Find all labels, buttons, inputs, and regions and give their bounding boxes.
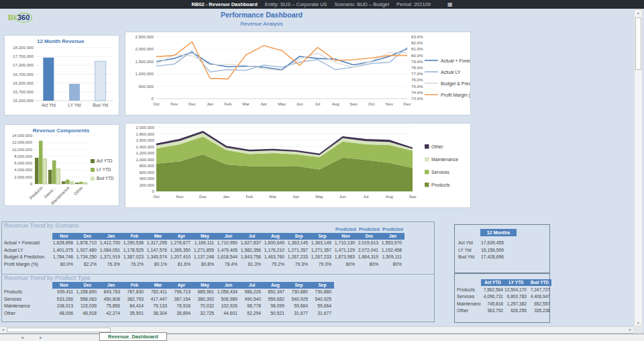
revenue-analysis-panel: 0500,0001,000,0001,500,0002,000,0002,500… [125,32,471,115]
column-header: Nov [52,233,76,240]
column-header: LY YTD [504,279,528,286]
svg-text:12 Month Revenue: 12 Month Revenue [37,38,85,44]
svg-text:Jul: Jul [364,194,369,199]
svg-text:Dec: Dec [199,194,207,199]
predicted-label: Predicted [334,226,358,233]
cell: 939,411 [52,289,76,296]
row-label: Products [3,289,52,296]
cell: 35,501 [123,310,146,318]
column-header: Aug [264,282,287,289]
calendar-icon[interactable]: ▦ [447,1,453,7]
svg-text:1,400,000: 1,400,000 [136,144,154,149]
svg-text:4,000,000: 4,000,000 [14,168,32,172]
cell: 78.4% [217,261,240,269]
cell: 1,267,233 [287,254,311,261]
column-header: Dec [76,233,99,240]
row-label: Bud Ytd [458,254,481,261]
cell: 17,428,696 [481,254,547,261]
svg-text:Apr: Apr [260,101,267,106]
svg-text:82.0%: 82.0% [411,40,423,45]
svg-text:Oct: Oct [368,101,375,106]
corner-cell [457,279,481,287]
svg-text:2,000,000: 2,000,000 [136,125,154,130]
svg-text:Mar: Mar [269,194,276,199]
cell: 1,710,130 [334,240,358,247]
cell: 652,557 [528,301,551,308]
svg-text:Bud YTD: Bud YTD [97,176,114,181]
cell: 48,918 [76,310,99,318]
spacer-cell [264,226,287,233]
svg-text:200,000: 200,000 [140,183,155,187]
svg-text:10,000,000: 10,000,000 [12,148,33,152]
cell: 450,808 [99,296,123,303]
cell: 82.2% [76,261,99,269]
column-header: Sep [311,233,334,240]
bar-LY YTD [52,160,56,184]
svg-text:Nov: Nov [386,101,394,106]
svg-text:Oct: Oct [153,101,160,106]
sheet-tab-revenue-dashboard[interactable]: Revenue_Dashboard [99,332,167,341]
svg-text:Jul: Jul [315,101,320,106]
cell: 80% [358,261,381,269]
svg-text:77.0%: 77.0% [411,71,423,76]
sheet-nav-right-icon[interactable]: ► [39,336,43,340]
sheet-tab-label: Revenue_Dashboard [108,334,158,340]
scroll-down-icon[interactable]: ▼ [635,321,642,325]
cell: 1,553,970 [381,240,405,247]
svg-text:Jun: Jun [297,101,304,106]
svg-text:17,200,000: 17,200,000 [13,62,34,67]
cell: 1,582,356 [240,247,264,254]
cell: 559,682 [264,296,287,303]
svg-text:1,000,000: 1,000,000 [135,71,154,76]
svg-text:Sep: Sep [409,194,417,199]
cell: 79,133 [146,303,170,310]
scroll-left-icon[interactable]: ◄ [1,328,5,332]
predicted-label: Predicted [358,226,381,233]
cell: 1,734,250 [76,254,99,261]
cell: 1,600,649 [264,240,287,247]
column-header: Aug [264,233,287,240]
row-label: Budget & Prediction [3,254,52,261]
revenue-components-bar-chart: 02,000,0004,000,0006,000,0008,000,00010,… [5,125,119,205]
cell: 1,363,145 [311,240,334,247]
scroll-up-icon[interactable]: ▲ [635,11,642,15]
cell: 1,878,710 [76,240,99,247]
cell: 1,276,677 [170,240,193,247]
svg-text:6,000,000: 6,000,000 [14,161,32,165]
cell: 490,540 [240,296,264,303]
svg-text:Dec: Dec [189,101,196,106]
spacer-cell [3,226,52,233]
scroll-right-icon[interactable]: ► [629,328,632,332]
spacer-cell [217,226,240,233]
cell: 44,601 [217,310,240,318]
column-header: Act YTD [481,279,504,286]
cell: 98,099 [264,303,287,310]
cell: 6,800,783 [504,293,528,301]
vertical-scroll-thumb[interactable] [635,17,641,70]
svg-text:Mar: Mar [242,101,250,106]
cell: 4,406,947 [528,293,551,301]
cell: 32,725 [193,310,217,318]
svg-text:LY YTD: LY YTD [97,167,111,172]
horizontal-scroll-thumb[interactable] [7,328,111,332]
horizontal-scrollbar[interactable]: ◄ ► [0,326,633,334]
svg-text:May: May [278,101,286,106]
vertical-scrollbar[interactable]: ▲ ▼ [634,9,643,326]
corner-cell [3,282,52,289]
column-header: Apr [170,233,193,240]
svg-text:14,000,000: 14,000,000 [12,134,33,138]
svg-text:Aug: Aug [386,194,394,199]
sheet-nav-left-icon[interactable]: ◄ [20,336,24,340]
svg-text:Oct: Oct [153,194,160,199]
cell: 1,784,746 [52,254,76,261]
column-header: Dec [76,282,99,289]
cell: 76,916 [170,303,193,310]
column-header: Feb [123,282,146,289]
cell: 2,072,041 [358,247,381,254]
row-label: Actual + Forecast [3,240,52,247]
cell: 558,063 [76,296,99,303]
cell: 1,271,357 [311,247,334,254]
cell: 1,710,950 [217,240,240,247]
bar-Act YTD [48,170,52,184]
column-header: Jan [99,233,123,240]
